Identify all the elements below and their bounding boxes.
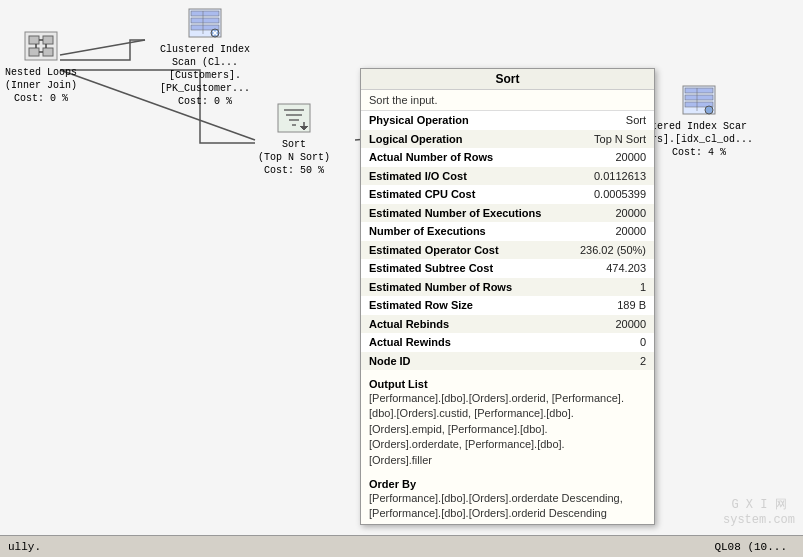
sort-tooltip: Sort Sort the input. Physical OperationS… xyxy=(360,68,655,525)
svg-rect-28 xyxy=(685,95,713,100)
watermark-line2: system.com xyxy=(723,513,795,527)
tooltip-row-value: 1 xyxy=(564,278,654,297)
clustered-index-scan-icon xyxy=(185,5,225,41)
tooltip-row-value: 20000 xyxy=(564,204,654,223)
tooltip-row: Estimated Number of Executions20000 xyxy=(361,204,654,223)
node-nested-loops[interactable]: Nested Loops (Inner Join) Cost: 0 % xyxy=(5,28,77,105)
tooltip-row-label: Estimated I/O Cost xyxy=(361,167,564,186)
tooltip-row-value: 20000 xyxy=(564,315,654,334)
svg-rect-5 xyxy=(43,36,53,44)
tooltip-row: Node ID2 xyxy=(361,352,654,371)
svg-rect-27 xyxy=(685,88,713,93)
watermark: G X I 网 system.com xyxy=(723,496,795,527)
tooltip-row: Estimated I/O Cost0.0112613 xyxy=(361,167,654,186)
tooltip-row-label: Estimated Number of Rows xyxy=(361,278,564,297)
tooltip-row-label: Estimated Number of Executions xyxy=(361,204,564,223)
tooltip-row-label: Actual Rewinds xyxy=(361,333,564,352)
sort-label: Sort (Top N Sort) Cost: 50 % xyxy=(258,138,330,177)
svg-rect-13 xyxy=(191,11,219,16)
svg-point-31 xyxy=(705,106,713,114)
tooltip-row: Estimated Subtree Cost474.203 xyxy=(361,259,654,278)
status-bar: ully. QL08 (10... xyxy=(0,535,803,557)
node-clustered-index-scan-2[interactable]: tered Index Scar ers].[idx_cl_od... Cost… xyxy=(645,82,753,159)
tooltip-row-value: 20000 xyxy=(564,222,654,241)
clustered-index-scan-2-label: tered Index Scar ers].[idx_cl_od... Cost… xyxy=(645,120,753,159)
query-plan-canvas: Nested Loops (Inner Join) Cost: 0 % Clus… xyxy=(0,0,803,557)
svg-rect-6 xyxy=(29,48,39,56)
tooltip-row-value: 20000 xyxy=(564,148,654,167)
tooltip-row: Actual Number of Rows20000 xyxy=(361,148,654,167)
tooltip-properties-table: Physical OperationSortLogical OperationT… xyxy=(361,111,654,370)
tooltip-row-value: Top N Sort xyxy=(564,130,654,149)
tooltip-row-value: 2 xyxy=(564,352,654,371)
tooltip-row: Actual Rewinds0 xyxy=(361,333,654,352)
tooltip-row-label: Actual Rebinds xyxy=(361,315,564,334)
tooltip-row-label: Physical Operation xyxy=(361,111,564,130)
tooltip-row-label: Estimated Row Size xyxy=(361,296,564,315)
tooltip-row: Estimated Row Size189 B xyxy=(361,296,654,315)
status-text-left: ully. xyxy=(8,541,714,553)
tooltip-row-label: Actual Number of Rows xyxy=(361,148,564,167)
svg-rect-7 xyxy=(43,48,53,56)
tooltip-description: Sort the input. xyxy=(361,90,654,111)
sort-icon xyxy=(274,100,314,136)
status-text-right: QL08 (10... xyxy=(714,541,787,553)
nested-loops-icon xyxy=(21,28,61,64)
tooltip-row-value: 0.0112613 xyxy=(564,167,654,186)
tooltip-row-value: 189 B xyxy=(564,296,654,315)
tooltip-row: Estimated Number of Rows1 xyxy=(361,278,654,297)
tooltip-row: Number of Executions20000 xyxy=(361,222,654,241)
tooltip-row: Actual Rebinds20000 xyxy=(361,315,654,334)
watermark-line1: G X I 网 xyxy=(723,496,795,513)
svg-rect-14 xyxy=(191,18,219,23)
node-sort[interactable]: Sort (Top N Sort) Cost: 50 % xyxy=(258,100,330,177)
tooltip-row-label: Logical Operation xyxy=(361,130,564,149)
tooltip-row-value: 0.0005399 xyxy=(564,185,654,204)
tooltip-order-by: Order By [Performance].[dbo].[Orders].or… xyxy=(361,470,654,524)
clustered-index-scan-label: Clustered Index Scan (Cl... [Customers].… xyxy=(145,43,265,108)
tooltip-row-label: Node ID xyxy=(361,352,564,371)
tooltip-row-value: 474.203 xyxy=(564,259,654,278)
tooltip-row-value: Sort xyxy=(564,111,654,130)
tooltip-row: Estimated Operator Cost236.02 (50%) xyxy=(361,241,654,260)
tooltip-row-label: Number of Executions xyxy=(361,222,564,241)
tooltip-title: Sort xyxy=(361,69,654,90)
tooltip-row-label: Estimated CPU Cost xyxy=(361,185,564,204)
tooltip-row-label: Estimated Operator Cost xyxy=(361,241,564,260)
tooltip-row: Physical OperationSort xyxy=(361,111,654,130)
tooltip-row: Estimated CPU Cost0.0005399 xyxy=(361,185,654,204)
tooltip-row-label: Estimated Subtree Cost xyxy=(361,259,564,278)
tooltip-row-value: 236.02 (50%) xyxy=(564,241,654,260)
tooltip-row-value: 0 xyxy=(564,333,654,352)
tooltip-output-list: Output List [Performance].[dbo].[Orders]… xyxy=(361,370,654,470)
nested-loops-label: Nested Loops (Inner Join) Cost: 0 % xyxy=(5,66,77,105)
svg-rect-4 xyxy=(29,36,39,44)
clustered-index-scan-2-icon xyxy=(679,82,719,118)
tooltip-row: Logical OperationTop N Sort xyxy=(361,130,654,149)
node-clustered-index-scan[interactable]: Clustered Index Scan (Cl... [Customers].… xyxy=(145,5,265,108)
